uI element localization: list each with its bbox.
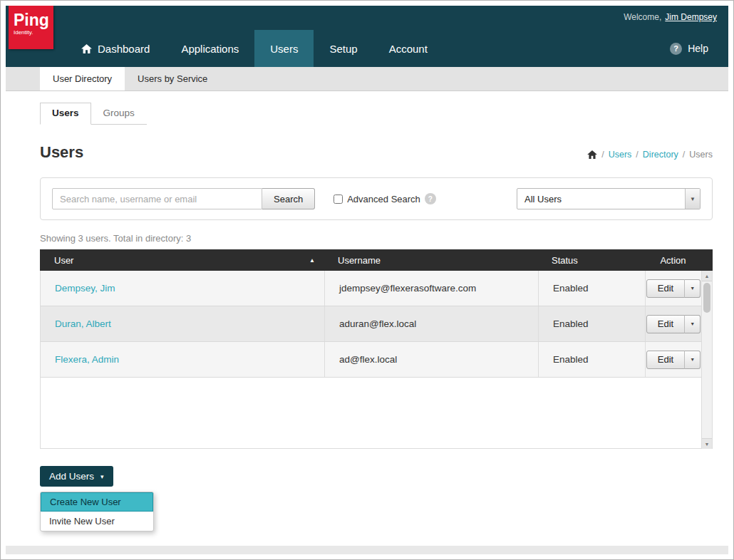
edit-dropdown-button[interactable]: ▼	[684, 351, 701, 369]
nav-label: Account	[389, 43, 428, 55]
table-row: Dempsey, Jim jdempsey@flexerasoftware.co…	[41, 271, 712, 306]
menu-item-invite-new-user[interactable]: Invite New User	[41, 512, 153, 531]
breadcrumb-separator: /	[683, 150, 685, 160]
nav-account[interactable]: Account	[373, 30, 443, 67]
action-cell: Edit ▼	[645, 271, 701, 306]
tab-user-directory[interactable]: User Directory	[40, 67, 125, 90]
caret-down-icon: ▾	[100, 473, 104, 480]
users-table: User ▲ Username Status Action Dempsey, J…	[40, 249, 713, 449]
scroll-up-icon: ▲	[705, 274, 710, 279]
search-button[interactable]: Search	[262, 188, 315, 209]
column-header-label: User	[54, 255, 73, 266]
breadcrumb-home-icon[interactable]	[587, 150, 597, 159]
scroll-down-icon: ▼	[705, 442, 710, 447]
menu-item-create-new-user[interactable]: Create New User	[41, 492, 153, 512]
help-icon: ?	[670, 43, 682, 55]
app: Ping Identity. Welcome, Jim Dempsey Dash…	[6, 6, 728, 554]
tertiary-tabs: Users Groups	[40, 103, 147, 125]
breadcrumb: / Users / Directory / Users	[587, 150, 713, 162]
scrollbar-thumb[interactable]	[703, 283, 710, 313]
nav-label: Applications	[181, 43, 239, 55]
advanced-search-help-icon[interactable]: ?	[425, 193, 436, 204]
nav-setup[interactable]: Setup	[314, 30, 373, 67]
page-header: Users / Users / Directory / Users	[40, 143, 713, 162]
add-users-section: Add Users ▾ Create New User Invite New U…	[40, 466, 713, 532]
user-filter-select[interactable]: All Users ▼	[517, 188, 701, 209]
brand-name: Ping	[14, 11, 48, 28]
brand-subtitle: Identity.	[14, 29, 48, 36]
footer-strip	[6, 546, 728, 554]
column-header-action: Action	[644, 255, 713, 266]
nav-applications[interactable]: Applications	[165, 30, 254, 67]
scroll-up-button[interactable]: ▲	[702, 271, 712, 281]
nav-users[interactable]: Users	[254, 30, 314, 67]
table-row: Duran, Albert aduran@flex.local Enabled …	[41, 306, 712, 342]
username-cell: ad@flex.local	[324, 342, 538, 377]
ping-logo[interactable]: Ping Identity.	[9, 6, 53, 49]
tab-users-by-service[interactable]: Users by Service	[125, 67, 220, 90]
table-scrollbar[interactable]: ▲ ▼	[701, 271, 712, 449]
help-label: Help	[688, 43, 708, 54]
advanced-search-label: Advanced Search	[347, 194, 420, 204]
advanced-search-toggle: Advanced Search	[334, 194, 420, 204]
main-content: Users Groups Users / Users / Directory /…	[6, 91, 728, 546]
edit-dropdown-button[interactable]: ▼	[684, 315, 701, 333]
user-name-link[interactable]: Duran, Albert	[55, 318, 111, 329]
nav-label: Users	[270, 43, 298, 55]
scroll-down-button[interactable]: ▼	[702, 438, 712, 449]
search-panel: Search Advanced Search ? All Users ▼	[40, 177, 713, 220]
nav-label: Dashboard	[98, 43, 150, 55]
status-cell: Enabled	[538, 271, 645, 306]
column-header-user[interactable]: User ▲	[40, 255, 324, 266]
user-name-link[interactable]: Dempsey, Jim	[55, 283, 115, 294]
page-title: Users	[40, 143, 83, 162]
breadcrumb-directory[interactable]: Directory	[643, 150, 678, 160]
user-cell: Flexera, Admin	[41, 342, 324, 377]
caret-down-icon: ▼	[690, 357, 695, 362]
results-summary: Showing 3 users. Total in directory: 3	[40, 233, 713, 244]
user-cell: Duran, Albert	[41, 306, 324, 341]
nav-label: Setup	[329, 43, 357, 55]
welcome-text: Welcome,	[624, 12, 661, 22]
current-user-link[interactable]: Jim Dempsey	[665, 12, 717, 22]
advanced-search-checkbox[interactable]	[334, 195, 343, 204]
search-input[interactable]	[52, 188, 262, 209]
edit-dropdown-button[interactable]: ▼	[684, 279, 701, 298]
select-caret-icon: ▼	[685, 189, 700, 209]
column-header-status[interactable]: Status	[537, 255, 644, 266]
add-users-label: Add Users	[49, 471, 94, 482]
action-cell: Edit ▼	[645, 306, 701, 341]
app-window: Ping Identity. Welcome, Jim Dempsey Dash…	[0, 0, 734, 560]
username-cell: jdempsey@flexerasoftware.com	[324, 271, 538, 306]
edit-button[interactable]: Edit	[646, 315, 685, 333]
top-header: Ping Identity. Welcome, Jim Dempsey Dash…	[6, 6, 728, 67]
tab-users[interactable]: Users	[40, 103, 91, 125]
edit-button[interactable]: Edit	[646, 351, 685, 369]
user-name-link[interactable]: Flexera, Admin	[55, 354, 119, 365]
caret-down-icon: ▼	[690, 321, 695, 326]
breadcrumb-users[interactable]: Users	[609, 150, 632, 160]
tab-groups[interactable]: Groups	[91, 103, 147, 124]
username-cell: aduran@flex.local	[324, 306, 538, 341]
help-button[interactable]: ? Help	[650, 30, 728, 67]
action-cell: Edit ▼	[645, 342, 701, 377]
sort-asc-icon[interactable]: ▲	[309, 257, 315, 264]
table-header: User ▲ Username Status Action	[40, 249, 713, 271]
table-body: Dempsey, Jim jdempsey@flexerasoftware.co…	[40, 271, 713, 449]
edit-button[interactable]: Edit	[646, 279, 685, 298]
caret-down-icon: ▼	[690, 286, 695, 291]
breadcrumb-separator: /	[601, 150, 604, 160]
status-cell: Enabled	[538, 342, 645, 377]
status-cell: Enabled	[538, 306, 645, 341]
welcome-bar: Welcome, Jim Dempsey	[624, 6, 728, 28]
home-icon	[81, 44, 92, 53]
user-filter-value: All Users	[524, 194, 562, 204]
add-users-button[interactable]: Add Users ▾	[40, 466, 113, 487]
breadcrumb-current: Users	[689, 150, 713, 160]
secondary-tab-bar: User Directory Users by Service	[6, 67, 728, 91]
add-users-menu: Create New User Invite New User	[40, 492, 154, 532]
primary-nav: Dashboard Applications Users Setup Accou…	[6, 30, 728, 67]
nav-dashboard[interactable]: Dashboard	[66, 30, 165, 67]
column-header-username[interactable]: Username	[324, 255, 537, 266]
breadcrumb-separator: /	[636, 150, 638, 160]
